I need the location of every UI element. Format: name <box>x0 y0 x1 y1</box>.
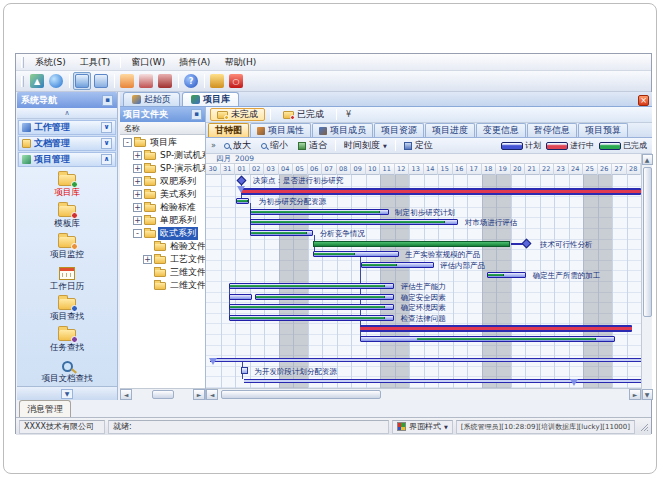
overflow-chevron-icon[interactable]: » <box>209 141 218 150</box>
menu-plugins[interactable]: 插件(A) <box>172 54 217 71</box>
day-header-cell[interactable]: 31 <box>221 164 236 175</box>
gantt-progress-bar[interactable] <box>313 241 510 247</box>
day-header-cell[interactable]: 01 <box>235 164 250 175</box>
day-header-cell[interactable]: 24 <box>569 164 584 175</box>
collapse-icon[interactable]: - <box>133 229 142 238</box>
day-header-cell[interactable]: 27 <box>612 164 627 175</box>
expand-icon[interactable]: + <box>133 151 142 160</box>
day-header-cell[interactable]: 13 <box>409 164 424 175</box>
filter-incomplete-button[interactable]: 未完成 <box>210 108 265 121</box>
tree-node[interactable]: +美式系列 <box>120 188 205 201</box>
tree-node[interactable]: +SP-测试机系 <box>120 149 205 162</box>
gantt-summary-bar[interactable] <box>241 188 641 195</box>
scroll-left-icon[interactable]: ◄ <box>206 389 218 400</box>
day-header-cell[interactable]: 19 <box>496 164 511 175</box>
interface-style-button[interactable]: 界面样式 ▼ <box>392 420 453 434</box>
tree-node[interactable]: 二维文件 <box>120 279 205 292</box>
gantt-chart[interactable]: 决策点：是否进行初步研究为初步研究分配资源制定初步研究计划对市场进行评估分析竞争… <box>206 175 641 388</box>
time-scale-button[interactable]: 时间刻度▼ <box>340 138 391 153</box>
tab-project-properties[interactable]: 项目属性 <box>250 123 311 137</box>
group-document-management[interactable]: 文档管理∨ <box>18 136 116 151</box>
tab-project-library[interactable]: 项目库 <box>182 92 239 106</box>
gantt-task-bar[interactable] <box>250 230 314 236</box>
milestone-diamond[interactable] <box>522 239 532 249</box>
day-header-cell[interactable]: 23 <box>554 164 569 175</box>
scroll-right-icon[interactable]: ► <box>629 389 641 400</box>
menubar-grip[interactable] <box>21 57 24 68</box>
gantt-task-bar[interactable] <box>313 251 399 257</box>
gantt-summary-line[interactable] <box>244 379 641 383</box>
report-icon[interactable] <box>137 72 155 90</box>
day-header-cell[interactable]: 21 <box>525 164 540 175</box>
tree-node[interactable]: +SP-演示机系 <box>120 162 205 175</box>
gantt-horizontal-scrollbar[interactable]: ◄ ► <box>206 388 641 400</box>
tab-change-info[interactable]: 变更信息 <box>476 123 526 137</box>
gantt-task-bar[interactable] <box>255 294 394 300</box>
sidebar-item-project-monitor[interactable]: 项目监控 <box>20 233 114 264</box>
day-header-cell[interactable]: 02 <box>250 164 265 175</box>
collapse-icon[interactable]: - <box>123 138 132 147</box>
chevron-up-icon[interactable]: ∧ <box>101 154 112 165</box>
menu-system[interactable]: 系统(S) <box>28 54 73 71</box>
milestone-diamond[interactable] <box>236 175 246 185</box>
gantt-task-bar[interactable] <box>229 315 394 321</box>
tree-node[interactable]: +单肥系列 <box>120 214 205 227</box>
day-header-cell[interactable]: 06 <box>308 164 323 175</box>
day-header-cell[interactable]: 26 <box>598 164 613 175</box>
day-header-cell[interactable]: 08 <box>337 164 352 175</box>
filter-complete-button[interactable]: 已完成 <box>276 108 331 121</box>
day-header-cell[interactable]: 03 <box>264 164 279 175</box>
scrollbar-thumb[interactable] <box>643 167 652 317</box>
tree-node[interactable]: 检验文件 <box>120 240 205 253</box>
day-header-cell[interactable]: 30 <box>206 164 221 175</box>
folder-view-icon[interactable] <box>73 72 91 90</box>
gantt-task-bar[interactable] <box>229 294 252 300</box>
scroll-down-icon[interactable]: ▼ <box>642 389 653 400</box>
locate-button[interactable]: 定位 <box>400 138 437 153</box>
group-project-management[interactable]: 项目管理∧ <box>18 152 116 167</box>
scroll-up-icon[interactable]: ▲ <box>642 154 653 165</box>
gantt-summary-bar[interactable] <box>360 325 633 332</box>
day-header-cell[interactable]: 20 <box>511 164 526 175</box>
panel-view-icon[interactable] <box>92 72 110 90</box>
scrollbar-thumb[interactable] <box>152 390 174 399</box>
tree-horizontal-scrollbar[interactable]: ◄ ► <box>120 388 205 400</box>
gantt-vertical-scrollbar[interactable]: ▲ ▼ <box>641 154 652 400</box>
filter-extra-button[interactable]: ¥ <box>342 110 355 119</box>
resize-grip[interactable] <box>640 423 648 431</box>
expand-icon[interactable]: + <box>133 190 142 199</box>
expand-icon[interactable]: + <box>143 255 152 264</box>
lock-icon[interactable] <box>208 72 226 90</box>
fit-button[interactable]: 适合 <box>294 138 331 153</box>
chevron-down-icon[interactable]: ∨ <box>101 138 112 149</box>
pin-icon[interactable]: ▪ <box>191 109 202 120</box>
globe-icon[interactable] <box>47 72 65 90</box>
image-icon[interactable]: ▲ <box>28 72 46 90</box>
day-header-cell[interactable]: 12 <box>395 164 410 175</box>
tree-node[interactable]: +工艺文件 <box>120 253 205 266</box>
day-header-cell[interactable]: 25 <box>583 164 598 175</box>
message-management-tab[interactable]: 消息管理 <box>19 400 71 417</box>
gantt-mini-icon[interactable] <box>241 367 248 374</box>
day-header-cell[interactable]: 28 <box>627 164 642 175</box>
tree-column-header[interactable]: 名称 <box>120 122 205 135</box>
sidebar-item-project-search[interactable]: 项目查找 <box>20 295 114 326</box>
day-header-cell[interactable]: 04 <box>279 164 294 175</box>
tab-start-page[interactable]: 起始页 <box>123 92 180 106</box>
help-icon[interactable]: ? <box>182 72 200 90</box>
expand-icon[interactable]: + <box>133 216 142 225</box>
tree-node[interactable]: +双肥系列 <box>120 175 205 188</box>
gantt-summary-line[interactable] <box>210 358 641 362</box>
menu-tools[interactable]: 工具(T) <box>73 54 118 71</box>
report-alt-icon[interactable] <box>156 72 174 90</box>
tab-project-progress[interactable]: 项目进度 <box>425 123 475 137</box>
day-header-cell[interactable]: 05 <box>293 164 308 175</box>
scroll-left-icon[interactable]: ◄ <box>120 389 132 400</box>
zoom-out-button[interactable]: 缩小 <box>257 138 292 153</box>
mail-icon[interactable] <box>118 72 136 90</box>
toolbar-grip[interactable] <box>21 76 24 87</box>
chevron-down-icon[interactable]: ∨ <box>101 122 112 133</box>
gantt-task-bar[interactable] <box>360 336 615 342</box>
day-header-cell[interactable]: 22 <box>540 164 555 175</box>
sidebar-item-template-library[interactable]: 模板库 <box>20 202 114 233</box>
